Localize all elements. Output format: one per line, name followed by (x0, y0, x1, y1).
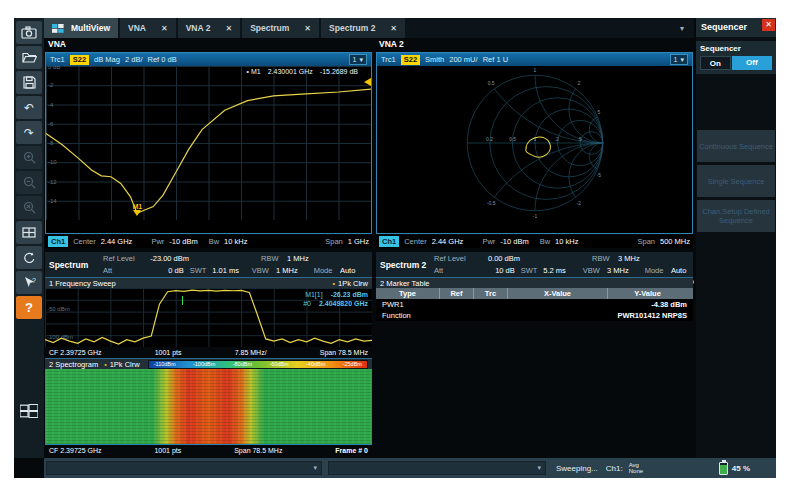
redo-icon[interactable]: ↷ (16, 121, 42, 144)
colorbar-label: -40dBm (306, 361, 325, 367)
zoom-off-icon[interactable] (16, 196, 42, 219)
close-tab-icon[interactable]: ✕ (161, 24, 168, 33)
col-ref: Ref (440, 288, 474, 299)
sequencer-off-button[interactable]: Off (732, 56, 772, 70)
undo-icon[interactable]: ↶ (16, 96, 42, 119)
svg-text:-0.5: -0.5 (486, 200, 495, 206)
colorbar-label: -60dBm (269, 361, 288, 367)
help-pointer-icon[interactable]: ? (16, 271, 42, 294)
cf-value: CF 2.39725 GHz (49, 447, 102, 454)
frequency-sweep-graph: -50 dBm -100 dBm M1[1]-26.23 dBm #02.404… (45, 288, 372, 347)
tab-vna[interactable]: VNA ✕ (120, 18, 176, 38)
pwr-value: -10 dBm (500, 237, 528, 246)
frequency-sweep-titlebar[interactable]: 1 Frequency Sweep • 1Pk Clrw (45, 277, 372, 288)
tab-spectrum[interactable]: Spectrum ✕ (242, 18, 319, 38)
center-value: 2.44 GHz (101, 237, 133, 246)
chevron-down-icon: ▾ (313, 464, 317, 472)
points-value: 1001 pts (154, 447, 181, 454)
colorbar-label: -25dBm (343, 361, 362, 367)
channel-badge[interactable]: Ch1 (48, 236, 68, 247)
save-icon[interactable] (16, 71, 42, 94)
mode-value: Auto Sweep (340, 265, 378, 276)
bw-label: Bw (209, 237, 219, 246)
close-tab-icon[interactable]: ✕ (390, 24, 397, 33)
continuous-sequence-softkey[interactable]: Continuous Sequence (697, 130, 775, 162)
vna2-window[interactable]: VNA 2 Trc1 S22 Smith 200 mU/ Ref 1 U 1 ▾ (375, 38, 694, 248)
span-value: Span 78.5 MHz (234, 447, 282, 454)
vna-window[interactable]: VNA Trc1 S22 dB Mag 2 dB/ Ref 0 dB 1 ▾ 0… (44, 38, 373, 248)
window-title: VNA 2 (375, 38, 694, 51)
trace-legend: • 1Pk Clrw (104, 360, 139, 369)
marker-readout: • M1 2.430001 GHz -15.2689 dB (247, 68, 358, 75)
split-display-icon[interactable] (16, 221, 42, 244)
chevron-down-icon: ▾ (359, 56, 363, 64)
svg-text:0.2: 0.2 (486, 136, 493, 142)
trace-header[interactable]: Trc1 S22 Smith 200 mU/ Ref 1 U 1 ▾ (377, 53, 692, 66)
open-file-icon[interactable] (16, 46, 42, 69)
close-tab-icon[interactable]: ✕ (304, 24, 311, 33)
col-x-value: X-Value (508, 288, 608, 299)
window-number: 1 (674, 56, 678, 63)
vna-diagram: Trc1 S22 dB Mag 2 dB/ Ref 0 dB 1 ▾ 0 dB … (45, 52, 372, 234)
single-sequence-softkey[interactable]: Single Sequence (697, 165, 775, 197)
help-icon[interactable]: ? (16, 296, 42, 319)
center-value: 2.44 GHz (432, 237, 464, 246)
status-dropdown-2[interactable]: ▾ (328, 461, 546, 475)
instrument-screen: ↶ ↷ ? ? MultiView VNA ✕ (14, 18, 776, 478)
status-dropdown-1[interactable]: ▾ (46, 461, 322, 475)
tab-label: VNA 2 (186, 23, 211, 33)
window-select[interactable]: 1 ▾ (349, 54, 367, 65)
window-title: VNA (44, 38, 373, 51)
svg-text:2: 2 (555, 136, 558, 142)
legend-label: 1Pk Clrw (110, 360, 140, 369)
sequencer-toggle-group: Sequencer On Off (696, 41, 776, 74)
status-bar: ▾ ▾ Sweeping... Ch1: Avg None 45 % (44, 458, 776, 478)
bw-value: 10 kHz (555, 237, 578, 246)
colorbar-label: -100dBm (193, 361, 215, 367)
battery-percent: 45 % (732, 464, 750, 473)
windows-start-icon[interactable] (16, 399, 42, 422)
marker-table-titlebar[interactable]: 2 Marker Table (376, 277, 693, 288)
close-panel-icon[interactable]: ✕ (762, 19, 775, 31)
svg-text:5: 5 (579, 136, 582, 142)
vna-graph: 0 dB -2 -4 -6 -8 -10 -12 -14 • M1 2.4300… (46, 66, 371, 220)
sequencer-on-button[interactable]: On (700, 56, 731, 70)
redo-glyph: ↷ (24, 126, 34, 140)
tab-spectrum2[interactable]: Spectrum 2 ✕ (321, 18, 405, 38)
zoom-out-icon[interactable] (16, 171, 42, 194)
rbw-label: RBW (261, 253, 287, 264)
mode-label: Mode (645, 265, 671, 276)
points-value: 1001 pts (155, 349, 182, 356)
close-tab-icon[interactable]: ✕ (225, 24, 232, 33)
tab-vna2[interactable]: VNA 2 ✕ (178, 18, 240, 38)
chan-setup-defined-sequence-softkey[interactable]: Chan.Setup Defined Sequence (697, 200, 775, 232)
spectrogram-titlebar[interactable]: 2 Spectrogram • 1Pk Clrw -110dBm -100dBm… (45, 358, 372, 369)
marker-readout: M1[1]-26.23 dBm #02.4049820 GHz (303, 290, 368, 308)
spectrum2-window[interactable]: Spectrum 2 Ref Level 0.00 dBm RBW 3 MHz … (375, 250, 694, 458)
col-trc: Trc (474, 288, 508, 299)
pwr-label: Pwr (151, 237, 164, 246)
battery-icon (719, 462, 728, 475)
channel-badge[interactable]: Ch1 (379, 236, 399, 247)
refresh-icon[interactable] (16, 246, 42, 269)
trace-name: Trc1 (50, 55, 65, 64)
trace-header[interactable]: Trc1 S22 dB Mag 2 dB/ Ref 0 dB 1 ▾ (46, 53, 371, 66)
channel-title: Spectrum 2 (376, 260, 434, 270)
att-label: Att (103, 265, 141, 276)
legend-label: 1Pk Clrw (338, 279, 368, 288)
pwr-value: -10 dBm (169, 237, 197, 246)
tab-multiview[interactable]: MultiView (44, 18, 118, 38)
screenshot-camera-icon[interactable] (16, 21, 42, 44)
svg-text:0.5: 0.5 (509, 136, 516, 142)
tab-overflow-icon[interactable]: ▾ (680, 24, 694, 33)
ref-level-label: Ref Level (103, 253, 143, 264)
trace-format: dB Mag (94, 55, 120, 64)
legend-bullet-icon: • (104, 361, 106, 368)
trace-name: Trc1 (381, 55, 396, 64)
svg-text:-5: -5 (596, 172, 601, 178)
bw-label: Bw (540, 237, 550, 246)
window-select[interactable]: 1 ▾ (670, 54, 688, 65)
spectrum-window[interactable]: Spectrum Ref Level -23.00 dBm RBW 1 MHz … (44, 250, 373, 458)
zoom-in-icon[interactable] (16, 146, 42, 169)
channel-footer: Ch1 Center 2.44 GHz Pwr -10 dBm Bw 10 kH… (45, 235, 372, 248)
